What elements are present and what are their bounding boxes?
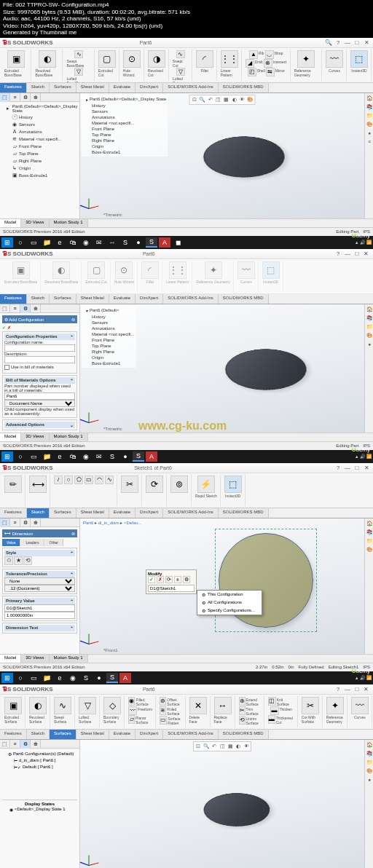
- bottom-tab-motion[interactable]: Motion Study 1: [50, 219, 88, 227]
- fillet-icon[interactable]: ◜: [196, 50, 213, 68]
- revolved-boss-icon[interactable]: ◐: [39, 50, 56, 68]
- zoom-fit-icon[interactable]: ⊡: [191, 96, 198, 103]
- start-button[interactable]: ⊞: [1, 237, 13, 248]
- primary-value-input[interactable]: [4, 612, 75, 619]
- teamviewer-icon[interactable]: ↔: [106, 237, 118, 248]
- cancel-button[interactable]: ✗: [7, 325, 11, 330]
- help-icon[interactable]: ?: [334, 39, 342, 46]
- shell-icon[interactable]: ◰: [248, 68, 256, 76]
- bottom-tab-3dviews[interactable]: 3D Views: [21, 219, 49, 227]
- camtasia-icon[interactable]: ●: [133, 237, 144, 248]
- misc-icon[interactable]: ◼: [172, 237, 184, 248]
- solidworks-task-icon[interactable]: S: [146, 237, 157, 248]
- view-palette-icon[interactable]: 🎨: [366, 121, 373, 128]
- tree-front-plane[interactable]: ▱Front Plane: [1, 143, 78, 150]
- config-name-input[interactable]: [4, 344, 75, 352]
- appearances-icon[interactable]: ●: [366, 130, 373, 137]
- offset-icon[interactable]: ⊚: [170, 476, 188, 493]
- extruded-boss-icon[interactable]: ▣: [7, 50, 25, 68]
- tab-mbd[interactable]: SOLIDWORKS MBD: [219, 83, 269, 92]
- view-orient-icon[interactable]: ▦: [223, 96, 230, 103]
- cortana-icon[interactable]: ○: [15, 237, 26, 248]
- close-icon[interactable]: ✕: [363, 39, 370, 46]
- sw-resources-icon[interactable]: 🏠: [366, 95, 373, 102]
- tree-root[interactable]: ▸Part6 (Default<<Default>_Display State: [1, 103, 78, 114]
- outlook-icon[interactable]: ✉: [93, 237, 105, 248]
- curves-icon[interactable]: 〰: [326, 50, 343, 68]
- mirror-icon[interactable]: ⇋: [266, 68, 275, 76]
- bom-partnum-input[interactable]: [4, 392, 75, 400]
- model-disc[interactable]: [219, 345, 323, 399]
- wrap-icon[interactable]: ◡: [265, 50, 274, 59]
- flyout-tree[interactable]: ▸Part6 (Default<<Default>_Display State …: [82, 95, 168, 157]
- tab-dimxpert[interactable]: DimXpert: [136, 83, 163, 92]
- model-disc[interactable]: [197, 133, 301, 186]
- convert-icon[interactable]: ⟳: [146, 476, 163, 493]
- prev-view-icon[interactable]: ↶: [207, 96, 214, 103]
- fm-tab-tree[interactable]: ⬚: [0, 93, 10, 102]
- custom-props-icon[interactable]: ≡: [366, 138, 373, 146]
- skype-icon[interactable]: S: [119, 237, 131, 248]
- menu-this-config[interactable]: ⚙This Configuration: [197, 591, 262, 599]
- design-library-icon[interactable]: 📚: [366, 103, 373, 111]
- model-disc[interactable]: [197, 789, 282, 832]
- config-desc-input[interactable]: [4, 356, 75, 363]
- modify-ok[interactable]: ✓: [148, 576, 155, 583]
- lofted-boss-icon[interactable]: ▽: [74, 68, 83, 76]
- rib-icon[interactable]: ▲: [249, 50, 258, 59]
- explorer-icon[interactable]: 📁: [41, 237, 52, 248]
- swept-surface-icon[interactable]: ∿: [54, 697, 71, 714]
- primary-name-input[interactable]: [4, 604, 75, 612]
- revolved-cut-icon[interactable]: ◑: [148, 50, 165, 68]
- tab-features[interactable]: Features: [0, 83, 27, 92]
- lofted-surface-icon[interactable]: ▽: [79, 697, 96, 714]
- tolerance-unit-select[interactable]: .12 (Document): [4, 585, 75, 592]
- ok-button[interactable]: ✓: [2, 325, 6, 330]
- extruded-cut-icon[interactable]: ▢: [98, 50, 116, 68]
- fm-tab-cfg[interactable]: ⚙: [20, 93, 31, 102]
- trim-icon[interactable]: ✂: [121, 476, 138, 493]
- boundary-surface-icon[interactable]: ◇: [103, 697, 121, 714]
- config-mgr-tab[interactable]: ⚙: [20, 740, 31, 749]
- autocad-icon[interactable]: A: [159, 237, 170, 248]
- tree-right-plane[interactable]: ▱Right Plane: [1, 157, 78, 165]
- sketch-viewport[interactable]: Part6 ▸ di_in_diam ▸ <Defau... Modify ✓✗…: [80, 518, 364, 654]
- swept-cut-icon[interactable]: ∿: [176, 50, 185, 58]
- ribbon-boss-group[interactable]: ▣ Extruded Boss/Base: [1, 50, 31, 81]
- tolerance-type-select[interactable]: None: [4, 577, 75, 585]
- fm-tab-prop[interactable]: ≡: [10, 93, 20, 102]
- tab-addins[interactable]: SOLIDWORKS Add-Ins: [163, 83, 219, 92]
- search-icon[interactable]: 🔍: [325, 39, 332, 46]
- tree-material[interactable]: ≋Material <not specifi...: [1, 135, 78, 143]
- edge-icon[interactable]: e: [54, 237, 66, 248]
- tree-boss-extrude[interactable]: ▣Boss-Extrude1: [1, 172, 78, 179]
- tray-icons[interactable]: ▲ 🔊 📶: [355, 240, 372, 245]
- hole-wizard-icon[interactable]: ⊙: [123, 50, 141, 68]
- bottom-tab-model[interactable]: Model: [0, 219, 21, 227]
- lofted-cut-icon[interactable]: ▽: [176, 68, 185, 76]
- minimize-icon[interactable]: —: [344, 39, 351, 46]
- graphics-viewport[interactable]: ⊡ 🔍 ↶ ◫ ▦ ◐ 👁 🎨 ▸Part6 (Default<<Default…: [80, 93, 364, 218]
- tab-evaluate[interactable]: Evaluate: [109, 83, 136, 92]
- display-state-item[interactable]: ◉<Default>_Display State 1: [4, 806, 76, 813]
- tree-origin[interactable]: ↳Origin: [1, 165, 78, 172]
- graphics-viewport[interactable]: ⊡🔍↶◫▦◐👁 *Isometric: [80, 740, 364, 868]
- hide-show-icon[interactable]: 👁: [239, 96, 246, 103]
- file-explorer-icon[interactable]: 📁: [366, 112, 373, 119]
- menu-specify-configs[interactable]: ⚙Specify Configurations...: [197, 607, 262, 615]
- intersect-icon[interactable]: ⊗: [264, 59, 272, 68]
- cfg-item-default[interactable]: ⊢✓Default [ Part6 ]: [2, 764, 77, 770]
- edit-appearance-icon[interactable]: 🎨: [247, 96, 254, 103]
- draft-icon[interactable]: ◢: [246, 59, 254, 68]
- graphics-viewport[interactable]: ▾Part6 (Default< History Sensors Annotat…: [80, 304, 364, 433]
- docname-select[interactable]: Document Name: [4, 400, 75, 407]
- revolved-surface-icon[interactable]: ◐: [29, 697, 47, 714]
- tree-top-plane[interactable]: ▱Top Plane: [1, 150, 78, 157]
- modify-dialog[interactable]: Modify ✓✗⟳±⚙: [146, 569, 197, 594]
- tree-annotations[interactable]: AAnnotations: [1, 128, 78, 135]
- rapid-sketch-icon[interactable]: ⚡: [197, 476, 215, 493]
- fm-tab-dim[interactable]: ⊕: [31, 93, 41, 102]
- modify-cancel[interactable]: ✗: [157, 576, 164, 583]
- menu-all-configs[interactable]: ⚙All Configurations: [197, 599, 262, 607]
- chrome-icon[interactable]: ◉: [80, 237, 92, 248]
